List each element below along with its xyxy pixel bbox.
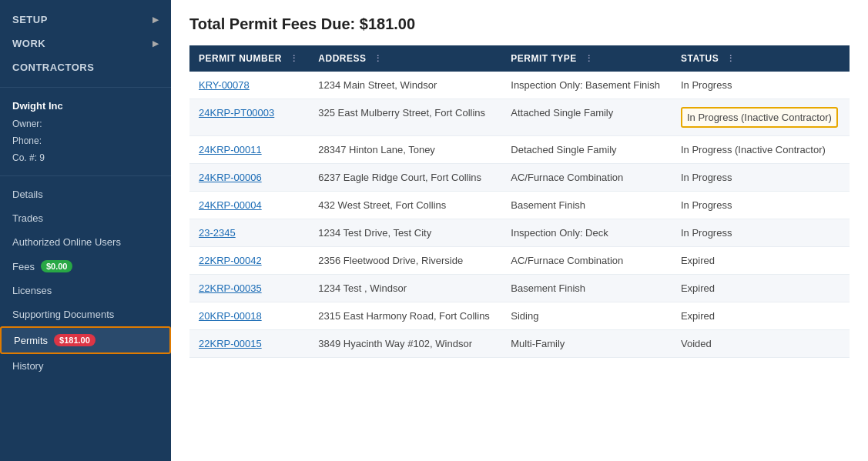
permit-number-link[interactable]: 22KRP-00042 <box>199 255 262 266</box>
permit-number-link[interactable]: 24KRP-00004 <box>199 199 262 211</box>
sidebar-nav-setup[interactable]: SETUP ▶ <box>0 8 171 32</box>
permit-number-link[interactable]: 22KRP-00015 <box>199 338 262 349</box>
cell-address: 1234 Test , Windsor <box>309 275 501 302</box>
cell-permit-number: 24KRP-00006 <box>189 164 309 192</box>
col-permit-type: PERMIT TYPE ⋮ <box>501 45 672 72</box>
permit-number-link[interactable]: 24KRP-00011 <box>199 144 262 155</box>
sidebar: SETUP ▶ WORK ▶ CONTRACTORS Dwight Inc Ow… <box>0 0 171 461</box>
col-status: STATUS ⋮ <box>672 45 850 72</box>
menu-item-badge: $181.00 <box>54 334 96 346</box>
cell-permit-number: 23-2345 <box>189 219 309 247</box>
cell-status: Expired <box>672 275 850 302</box>
cell-permit-type: Inspection Only: Basement Finish <box>501 72 672 99</box>
cell-permit-number: 22KRP-00042 <box>189 247 309 275</box>
cell-status: In Progress (Inactive Contractor) <box>672 136 850 164</box>
cell-permit-type: Attached Single Family <box>501 99 672 136</box>
contractors-label: CONTRACTORS <box>12 62 94 73</box>
cell-status: In Progress <box>672 192 850 219</box>
sidebar-menu-item-supporting-documents[interactable]: Supporting Documents <box>0 302 171 326</box>
table-row: 24KRP-00004432 West Street, Fort Collins… <box>189 192 850 219</box>
sidebar-menu: DetailsTradesAuthorized Online UsersFees… <box>0 176 171 461</box>
cell-permit-type: Inspection Only: Deck <box>501 219 672 247</box>
table-row: 22KRP-000153849 Hyacinth Way #102, Winds… <box>189 330 850 358</box>
table-row: KRY-000781234 Main Street, WindsorInspec… <box>189 72 850 99</box>
phone-label: Phone: <box>12 135 42 146</box>
phone-row: Phone: <box>12 133 159 150</box>
sidebar-nav-work[interactable]: WORK ▶ <box>0 32 171 55</box>
owner-row: Owner: <box>12 116 159 133</box>
cell-status: In Progress <box>672 164 850 192</box>
setup-label: SETUP <box>12 14 48 25</box>
sidebar-nav-contractors[interactable]: CONTRACTORS <box>0 55 171 79</box>
cell-permit-number: KRY-00078 <box>189 72 309 99</box>
permit-number-link[interactable]: 24KRP-00006 <box>199 172 262 183</box>
col-permit-number: PERMIT NUMBER ⋮ <box>189 45 309 72</box>
menu-item-badge: $0.00 <box>41 260 73 272</box>
col-menu-address[interactable]: ⋮ <box>374 54 383 64</box>
table-row: 24KRP-0001128347 Hinton Lane, ToneyDetac… <box>189 136 850 164</box>
cell-permit-number: 24KRP-00011 <box>189 136 309 164</box>
cell-permit-number: 24KRP-00004 <box>189 192 309 219</box>
co-value: 9 <box>39 152 45 163</box>
work-label: WORK <box>12 38 45 49</box>
cell-address: 1234 Test Drive, Test City <box>309 219 501 247</box>
cell-address: 325 East Mulberry Street, Fort Collins <box>309 99 501 136</box>
company-name: Dwight Inc <box>12 97 159 115</box>
permit-table: PERMIT NUMBER ⋮ ADDRESS ⋮ PERMIT TYPE ⋮ … <box>189 45 850 358</box>
table-row: 22KRP-000351234 Test , WindsorBasement F… <box>189 275 850 302</box>
menu-item-label: Details <box>12 189 43 200</box>
permit-number-link[interactable]: KRY-00078 <box>199 79 250 91</box>
cell-status: In Progress <box>672 219 850 247</box>
col-menu-type[interactable]: ⋮ <box>585 54 594 64</box>
cell-permit-type: AC/Furnace Combination <box>501 164 672 192</box>
table-row: 20KRP-000182315 East Harmony Road, Fort … <box>189 302 850 330</box>
sidebar-menu-item-licenses[interactable]: Licenses <box>0 279 171 302</box>
menu-item-label: Authorized Online Users <box>12 236 121 248</box>
table-row: 22KRP-000422356 Fleetwood Drive, Riversi… <box>189 247 850 275</box>
work-arrow: ▶ <box>152 39 159 48</box>
co-label: Co. #: <box>12 152 37 163</box>
sidebar-menu-item-trades[interactable]: Trades <box>0 206 171 230</box>
owner-label: Owner: <box>12 119 42 129</box>
cell-permit-type: Basement Finish <box>501 275 672 302</box>
permit-number-link[interactable]: 23-2345 <box>199 227 236 239</box>
sidebar-menu-item-history[interactable]: History <box>0 354 171 378</box>
menu-item-label: Supporting Documents <box>12 309 114 320</box>
table-body: KRY-000781234 Main Street, WindsorInspec… <box>189 72 850 358</box>
cell-permit-type: Basement Finish <box>501 192 672 219</box>
permit-number-link[interactable]: 24KRP-PT00003 <box>199 107 274 119</box>
cell-address: 28347 Hinton Lane, Toney <box>309 136 501 164</box>
cell-permit-number: 22KRP-00035 <box>189 275 309 302</box>
cell-address: 2356 Fleetwood Drive, Riverside <box>309 247 501 275</box>
table-header: PERMIT NUMBER ⋮ ADDRESS ⋮ PERMIT TYPE ⋮ … <box>189 45 850 72</box>
status-highlighted-badge: In Progress (Inactive Contractor) <box>681 107 838 128</box>
cell-status: In Progress (Inactive Contractor) <box>672 99 850 136</box>
table-row: 23-23451234 Test Drive, Test CityInspect… <box>189 219 850 247</box>
sidebar-company-info: Dwight Inc Owner: Phone: Co. #: 9 <box>0 88 171 176</box>
sidebar-menu-item-permits[interactable]: Permits$181.00 <box>0 326 171 354</box>
cell-status: Expired <box>672 247 850 275</box>
cell-address: 432 West Street, Fort Collins <box>309 192 501 219</box>
sidebar-menu-item-authorized-online-users[interactable]: Authorized Online Users <box>0 230 171 254</box>
sidebar-menu-item-details[interactable]: Details <box>0 182 171 206</box>
cell-permit-number: 24KRP-PT00003 <box>189 99 309 136</box>
cell-status: Voided <box>672 330 850 358</box>
main-content: Total Permit Fees Due: $181.00 PERMIT NU… <box>171 0 868 461</box>
cell-address: 6237 Eagle Ridge Court, Fort Collins <box>309 164 501 192</box>
col-menu-permit[interactable]: ⋮ <box>290 54 299 64</box>
menu-item-label: Permits <box>14 335 48 346</box>
permit-number-link[interactable]: 20KRP-00018 <box>199 310 262 322</box>
menu-item-label: Trades <box>12 212 43 224</box>
cell-permit-number: 22KRP-00015 <box>189 330 309 358</box>
sidebar-menu-item-fees[interactable]: Fees$0.00 <box>0 254 171 279</box>
col-menu-status[interactable]: ⋮ <box>726 54 736 64</box>
cell-permit-number: 20KRP-00018 <box>189 302 309 330</box>
menu-item-label: History <box>12 360 43 372</box>
table-row: 24KRP-PT00003325 East Mulberry Street, F… <box>189 99 850 136</box>
co-row: Co. #: 9 <box>12 150 159 167</box>
cell-address: 3849 Hyacinth Way #102, Windsor <box>309 330 501 358</box>
cell-status: Expired <box>672 302 850 330</box>
cell-permit-type: Detached Single Family <box>501 136 672 164</box>
cell-permit-type: Multi-Family <box>501 330 672 358</box>
permit-number-link[interactable]: 22KRP-00035 <box>199 282 262 294</box>
